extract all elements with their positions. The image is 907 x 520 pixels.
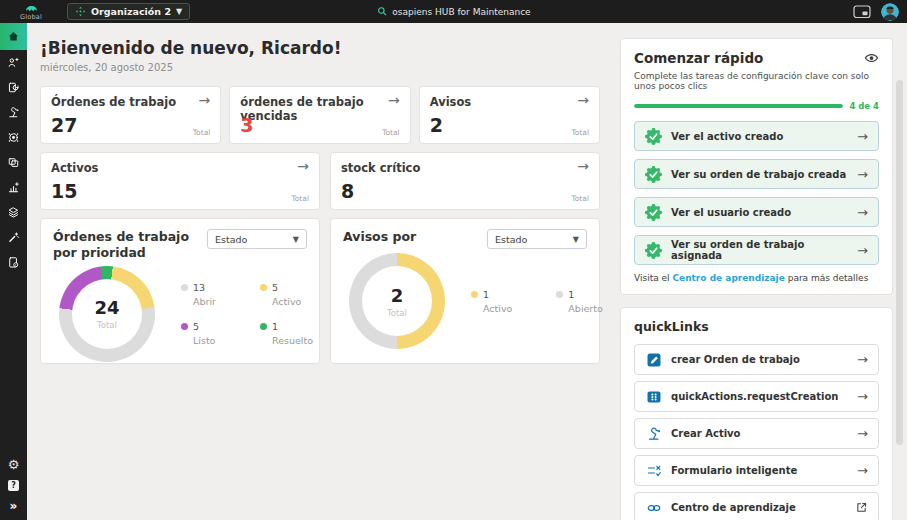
legend-value: 1: [272, 321, 278, 332]
display-mode-button[interactable]: [850, 3, 874, 20]
quicklink-item[interactable]: Centro de aprendizaje: [634, 492, 879, 520]
work-orders-priority-chart-card: Órdenes de trabajo por prioridad Estado …: [40, 218, 320, 364]
sidebar-item-home[interactable]: [0, 23, 27, 50]
legend-dot: [556, 291, 563, 298]
main-content: ¡Bienvenido de nuevo, Ricardo! miércoles…: [27, 23, 907, 520]
legend-item: 5Activo: [260, 282, 313, 307]
sidebar-item-expand[interactable]: »: [10, 500, 18, 512]
app-logo: Global: [9, 2, 53, 21]
estado-select[interactable]: Estado ▼: [487, 229, 587, 249]
footer-text: Visita el: [634, 273, 672, 283]
learning-center-link[interactable]: Centro de aprendizaje: [672, 273, 784, 283]
request-creation-icon: [645, 388, 662, 405]
badge-check-icon: [645, 242, 662, 259]
quicklink-item[interactable]: crear Orden de trabajo→: [634, 344, 879, 375]
sidebar-item-help[interactable]: ?: [8, 480, 19, 491]
quicklink-item[interactable]: Crear Activo→: [634, 418, 879, 449]
arrow-right-icon[interactable]: →: [577, 159, 589, 173]
reports-icon: [7, 181, 20, 194]
quicklink-item[interactable]: quickActions.requestCreation→: [634, 381, 879, 412]
legend-value: 1: [483, 289, 489, 300]
chart-title: Avisos por: [343, 229, 416, 245]
external-link-icon: [855, 501, 868, 514]
footer-text: para más detalles: [785, 273, 869, 283]
sidebar-item-wizard[interactable]: [0, 225, 27, 250]
legend-dot: [260, 284, 267, 291]
kpi-total-label: Total: [291, 194, 309, 203]
vertical-scrollbar[interactable]: [896, 80, 903, 445]
kpi-card-1: órdenes de trabajo vencidas→3Total: [229, 86, 410, 144]
select-value: Estado: [495, 234, 527, 245]
sidebar-item-work-orders[interactable]: [0, 75, 27, 100]
quicklink-label: quickActions.requestCreation: [671, 391, 857, 402]
quicklink-item[interactable]: Formulario inteligente→: [634, 455, 879, 486]
page-date: miércoles, 20 agosto 2025: [40, 62, 600, 73]
legend-dot: [181, 323, 188, 330]
user-avatar[interactable]: [881, 3, 899, 21]
quicklink-label: crear Orden de trabajo: [671, 354, 857, 365]
legend-dot: [181, 284, 188, 291]
sidebar-item-settings[interactable]: ⚙: [8, 458, 20, 471]
home-icon: [7, 30, 20, 43]
legend-item: 1Resuelto: [260, 321, 313, 346]
kpi-total-label: Total: [193, 128, 211, 137]
sidebar-item-inventory[interactable]: [0, 200, 27, 225]
quickstart-footer: Visita el Centro de aprendizaje para más…: [634, 273, 879, 283]
quickstart-progress: 4 de 4: [634, 101, 879, 111]
chevron-down-icon: ▼: [176, 8, 182, 16]
arrow-right-icon: →: [857, 206, 868, 219]
quickstart-task[interactable]: Ver su orden de trabajo asignada→: [634, 235, 879, 265]
sidebar-item-forms[interactable]: [0, 250, 27, 275]
quickstart-title: Comenzar rápido: [634, 50, 763, 66]
organization-selector[interactable]: Organización 2 ▼: [67, 3, 190, 20]
badge-check-icon: [645, 166, 662, 183]
global-search[interactable]: osapiens HUB for Maintenance: [376, 6, 530, 17]
quickstart-task[interactable]: Ver el usuario creado→: [634, 197, 879, 227]
sidebar-item-users[interactable]: [0, 50, 27, 75]
quickstart-subtitle: Complete las tareas de configuración cla…: [634, 71, 879, 91]
donut-total: 2: [391, 285, 404, 306]
eye-icon: [864, 52, 879, 64]
donut-total: 24: [94, 297, 119, 318]
kpi-card-4: stock crítico→8Total: [330, 152, 600, 210]
donut-total-label: Total: [387, 308, 407, 318]
kpi-value: 3: [240, 114, 253, 136]
kpi-title: Activos: [51, 161, 270, 175]
avatar-photo: [881, 3, 899, 21]
donut-total-label: Total: [97, 320, 117, 330]
kpi-title: stock crítico: [341, 161, 552, 175]
automation-icon: [7, 131, 20, 144]
arrow-right-icon: →: [857, 427, 868, 440]
sidebar-nav: [0, 23, 27, 275]
kpi-total-label: Total: [571, 194, 589, 203]
arrow-right-icon[interactable]: →: [199, 93, 211, 107]
sidebar-item-boards[interactable]: [0, 150, 27, 175]
arrow-right-icon[interactable]: →: [388, 93, 400, 107]
sidebar-item-automation[interactable]: [0, 125, 27, 150]
quickstart-task[interactable]: Ver su orden de trabajo creada→: [634, 159, 879, 189]
quicklinks-list: crear Orden de trabajo→quickActions.requ…: [634, 344, 879, 520]
arrow-right-icon[interactable]: →: [577, 93, 589, 107]
dashboard-left-column: ¡Bienvenido de nuevo, Ricardo! miércoles…: [40, 38, 600, 520]
donut-chart: 2 Total: [349, 253, 445, 349]
progress-label: 4 de 4: [849, 101, 879, 111]
estado-select[interactable]: Estado ▼: [207, 229, 307, 249]
assets-icon: [7, 106, 20, 119]
arrow-right-icon[interactable]: →: [297, 159, 309, 173]
donut-chart: 24 Total: [59, 266, 155, 362]
quickstart-task[interactable]: Ver el activo creado→: [634, 121, 879, 151]
forms-icon: [7, 256, 20, 269]
legend-value: 5: [193, 321, 199, 332]
select-value: Estado: [215, 234, 247, 245]
sidebar-item-assets[interactable]: [0, 100, 27, 125]
kpi-total-label: Total: [571, 128, 589, 137]
legend-dot: [471, 291, 478, 298]
sidebar-item-reports[interactable]: [0, 175, 27, 200]
task-label: Ver el activo creado: [671, 131, 857, 142]
hide-panel-button[interactable]: [864, 52, 879, 64]
kpi-row-1: Órdenes de trabajo→27Totalórdenes de tra…: [40, 86, 600, 144]
kpi-card-3: Activos→15Total: [40, 152, 320, 210]
osapiens-logo-icon: [24, 2, 39, 13]
kpi-title: órdenes de trabajo vencidas: [240, 95, 375, 123]
quicklink-label: Crear Activo: [671, 428, 857, 439]
